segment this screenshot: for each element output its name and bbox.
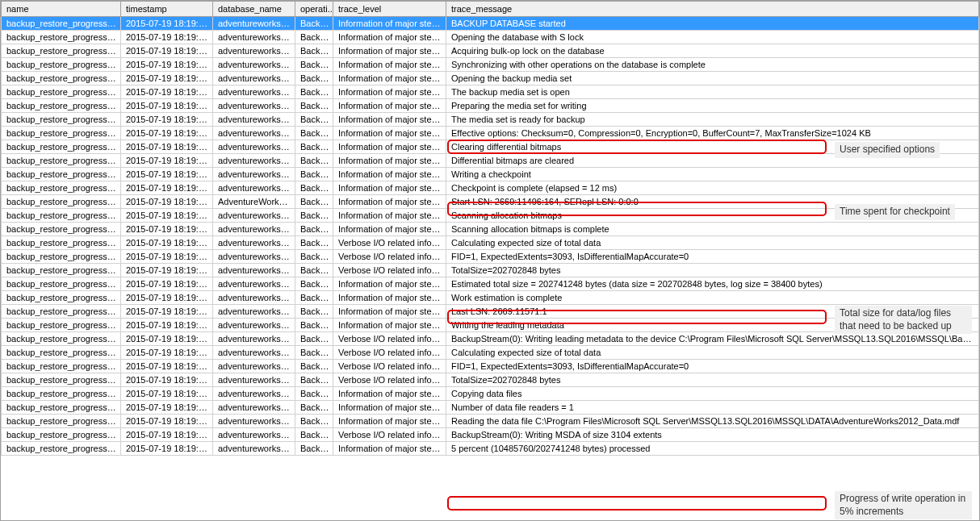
table-row[interactable]: backup_restore_progress_trace2015-07-19 …	[2, 236, 979, 250]
table-row[interactable]: backup_restore_progress_trace2015-07-19 …	[2, 195, 979, 209]
cell-msg[interactable]: Scanning allocation bitmaps is complete	[446, 223, 979, 236]
cell-ts[interactable]: 2015-07-19 18:19:56....	[121, 168, 213, 181]
cell-level[interactable]: Information of major steps in ...	[333, 58, 446, 72]
cell-name[interactable]: backup_restore_progress_trace	[2, 44, 121, 58]
cell-msg[interactable]: 5 percent (10485760/202741248 bytes) pro…	[446, 442, 979, 456]
cell-db[interactable]: adventureworks2012	[213, 140, 295, 154]
cell-ts[interactable]: 2015-07-19 18:19:56....	[121, 291, 213, 305]
cell-name[interactable]: backup_restore_progress_trace	[2, 223, 121, 236]
cell-level[interactable]: Information of major steps in ...	[333, 415, 446, 428]
cell-db[interactable]: AdventureWorks2...	[213, 195, 295, 209]
cell-msg[interactable]: Writing a checkpoint	[446, 168, 979, 181]
cell-db[interactable]: adventureworks2012	[213, 346, 295, 360]
cell-ts[interactable]: 2015-07-19 18:19:56....	[121, 387, 213, 401]
cell-db[interactable]: adventureworks2012	[213, 415, 295, 428]
cell-db[interactable]: adventureworks2012	[213, 305, 295, 319]
cell-db[interactable]: adventureworks2012	[213, 264, 295, 277]
cell-msg[interactable]: Reading the data file C:\Program Files\M…	[446, 415, 979, 428]
cell-name[interactable]: backup_restore_progress_trace	[2, 401, 121, 415]
cell-level[interactable]: Information of major steps in ...	[333, 181, 446, 195]
cell-level[interactable]: Information of major steps in ...	[333, 387, 446, 401]
table-row[interactable]: backup_restore_progress_trace2015-07-19 …	[2, 223, 979, 236]
cell-ts[interactable]: 2015-07-19 18:19:56....	[121, 195, 213, 209]
table-row[interactable]: backup_restore_progress_trace2015-07-19 …	[2, 209, 979, 223]
cell-ts[interactable]: 2015-07-19 18:19:56....	[121, 264, 213, 277]
cell-op[interactable]: Backup	[295, 387, 333, 401]
cell-name[interactable]: backup_restore_progress_trace	[2, 113, 121, 127]
table-row[interactable]: backup_restore_progress_trace2015-07-19 …	[2, 346, 979, 360]
cell-ts[interactable]: 2015-07-19 18:19:56....	[121, 85, 213, 99]
cell-level[interactable]: Information of major steps in ...	[333, 154, 446, 168]
cell-msg[interactable]: Copying data files	[446, 387, 979, 401]
cell-level[interactable]: Verbose I/O related informati...	[333, 360, 446, 373]
cell-level[interactable]: Information of major steps in ...	[333, 277, 446, 291]
cell-name[interactable]: backup_restore_progress_trace	[2, 415, 121, 428]
cell-level[interactable]: Verbose I/O related informati...	[333, 428, 446, 442]
cell-ts[interactable]: 2015-07-19 18:19:56....	[121, 44, 213, 58]
cell-name[interactable]: backup_restore_progress_trace	[2, 387, 121, 401]
cell-msg[interactable]: Calculating expected size of total data	[446, 236, 979, 250]
cell-ts[interactable]: 2015-07-19 18:19:56....	[121, 305, 213, 319]
cell-msg[interactable]: The media set is ready for backup	[446, 113, 979, 127]
col-header-op[interactable]: operati...	[295, 2, 333, 17]
cell-name[interactable]: backup_restore_progress_trace	[2, 360, 121, 373]
table-row[interactable]: backup_restore_progress_trace2015-07-19 …	[2, 373, 979, 387]
cell-name[interactable]: backup_restore_progress_trace	[2, 346, 121, 360]
cell-db[interactable]: adventureworks2012	[213, 373, 295, 387]
cell-db[interactable]: adventureworks2012	[213, 319, 295, 332]
cell-msg[interactable]: Opening the backup media set	[446, 72, 979, 85]
cell-ts[interactable]: 2015-07-19 18:19:56....	[121, 17, 213, 31]
cell-ts[interactable]: 2015-07-19 18:19:56....	[121, 360, 213, 373]
cell-level[interactable]: Information of major steps in ...	[333, 209, 446, 223]
cell-level[interactable]: Verbose I/O related informati...	[333, 236, 446, 250]
cell-level[interactable]: Information of major steps in ...	[333, 17, 446, 31]
cell-db[interactable]: adventureworks2012	[213, 72, 295, 85]
cell-msg[interactable]: TotalSize=202702848 bytes	[446, 373, 979, 387]
cell-level[interactable]: Verbose I/O related informati...	[333, 264, 446, 277]
cell-msg[interactable]: Effective options: Checksum=0, Compressi…	[446, 127, 979, 140]
cell-op[interactable]: Backup	[295, 209, 333, 223]
cell-ts[interactable]: 2015-07-19 18:19:56....	[121, 99, 213, 113]
cell-msg[interactable]: Checkpoint is complete (elapsed = 12 ms)	[446, 181, 979, 195]
cell-op[interactable]: Backup	[295, 154, 333, 168]
cell-ts[interactable]: 2015-07-19 18:19:56....	[121, 58, 213, 72]
cell-ts[interactable]: 2015-07-19 18:19:56....	[121, 209, 213, 223]
cell-name[interactable]: backup_restore_progress_trace	[2, 127, 121, 140]
col-header-name[interactable]: name	[2, 2, 121, 17]
cell-ts[interactable]: 2015-07-19 18:19:56....	[121, 127, 213, 140]
cell-op[interactable]: Backup	[295, 277, 333, 291]
cell-op[interactable]: Backup	[295, 346, 333, 360]
cell-op[interactable]: Backup	[295, 44, 333, 58]
cell-level[interactable]: Information of major steps in ...	[333, 140, 446, 154]
cell-name[interactable]: backup_restore_progress_trace	[2, 319, 121, 332]
table-row[interactable]: backup_restore_progress_trace2015-07-19 …	[2, 360, 979, 373]
cell-name[interactable]: backup_restore_progress_trace	[2, 291, 121, 305]
col-header-level[interactable]: trace_level	[333, 2, 446, 17]
cell-name[interactable]: backup_restore_progress_trace	[2, 181, 121, 195]
cell-name[interactable]: backup_restore_progress_trace	[2, 277, 121, 291]
cell-level[interactable]: Information of major steps in ...	[333, 113, 446, 127]
cell-ts[interactable]: 2015-07-19 18:19:56....	[121, 223, 213, 236]
table-row[interactable]: backup_restore_progress_trace2015-07-19 …	[2, 415, 979, 428]
cell-db[interactable]: adventureworks2012	[213, 113, 295, 127]
cell-db[interactable]: adventureworks2012	[213, 31, 295, 44]
table-row[interactable]: backup_restore_progress_trace2015-07-19 …	[2, 154, 979, 168]
cell-db[interactable]: adventureworks2012	[213, 99, 295, 113]
cell-name[interactable]: backup_restore_progress_trace	[2, 58, 121, 72]
cell-level[interactable]: Information of major steps in ...	[333, 85, 446, 99]
cell-msg[interactable]: FID=1, ExpectedExtents=3093, IsDifferent…	[446, 250, 979, 264]
cell-name[interactable]: backup_restore_progress_trace	[2, 332, 121, 346]
cell-db[interactable]: adventureworks2012	[213, 291, 295, 305]
cell-name[interactable]: backup_restore_progress_trace	[2, 305, 121, 319]
cell-ts[interactable]: 2015-07-19 18:19:56....	[121, 346, 213, 360]
cell-ts[interactable]: 2015-07-19 18:19:56....	[121, 154, 213, 168]
cell-op[interactable]: Backup	[295, 85, 333, 99]
cell-msg[interactable]: Number of data file readers = 1	[446, 401, 979, 415]
table-row[interactable]: backup_restore_progress_trace2015-07-19 …	[2, 72, 979, 85]
trace-grid[interactable]: name timestamp database_name operati... …	[1, 1, 979, 456]
table-row[interactable]: backup_restore_progress_trace2015-07-19 …	[2, 127, 979, 140]
cell-ts[interactable]: 2015-07-19 18:19:56....	[121, 415, 213, 428]
cell-name[interactable]: backup_restore_progress_trace	[2, 140, 121, 154]
cell-ts[interactable]: 2015-07-19 18:19:56....	[121, 250, 213, 264]
table-row[interactable]: backup_restore_progress_trace2015-07-19 …	[2, 401, 979, 415]
